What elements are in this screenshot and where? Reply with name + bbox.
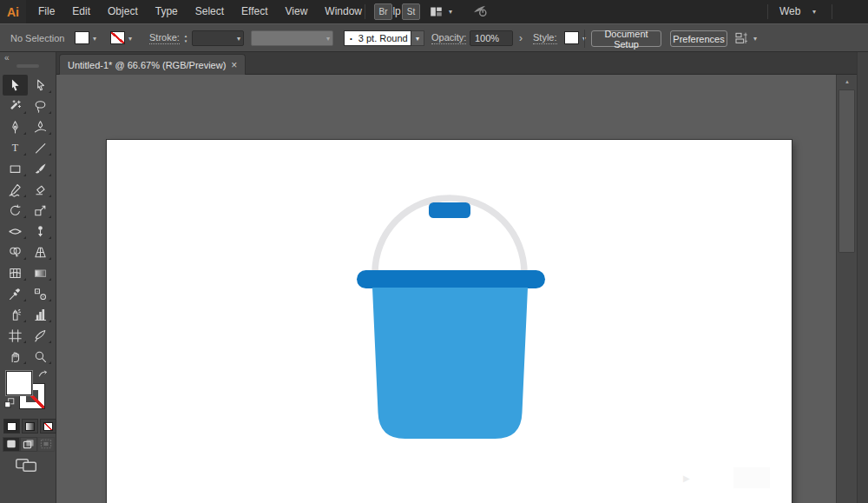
menu-item-type[interactable]: Type	[147, 0, 187, 23]
tool-gradient[interactable]	[28, 262, 53, 283]
bucket-grip[interactable]	[429, 202, 470, 218]
menu-item-window[interactable]: Window	[316, 0, 371, 23]
tool-rotate[interactable]	[3, 200, 28, 221]
draw-inside-button[interactable]	[37, 437, 55, 452]
tool-eyedropper[interactable]	[3, 283, 28, 304]
divider	[365, 4, 365, 19]
tool-magic-wand[interactable]	[3, 96, 28, 116]
draw-normal-button[interactable]	[3, 437, 20, 452]
stroke-color-swatch[interactable]	[110, 31, 125, 44]
brush-definition-select[interactable]: • 3 pt. Round ▾	[344, 30, 424, 46]
zoom-icon	[33, 349, 48, 364]
tool-shape-builder[interactable]	[3, 242, 28, 262]
tool-slice[interactable]	[28, 325, 53, 346]
tool-shaper[interactable]	[3, 179, 28, 200]
svg-text:T: T	[12, 142, 19, 154]
tool-perspective-grid[interactable]	[28, 242, 53, 262]
expand-options-icon[interactable]: ›	[519, 32, 523, 44]
bucket-rim[interactable]	[357, 270, 545, 288]
stroke-weight-select[interactable]: ▾	[192, 30, 244, 46]
tool-blend[interactable]	[28, 283, 53, 304]
panel-dock-strip	[857, 52, 868, 503]
tool-type[interactable]: T	[3, 137, 28, 158]
bridge-button[interactable]: Br	[374, 3, 392, 20]
lasso-icon	[33, 99, 48, 114]
menu-item-object[interactable]: Object	[99, 0, 147, 23]
tool-column-graph[interactable]	[28, 304, 53, 325]
none-button[interactable]	[40, 419, 56, 434]
stock-button[interactable]: St	[402, 3, 420, 20]
scrollbar-thumb[interactable]	[838, 89, 855, 253]
menu-item-edit[interactable]: Edit	[63, 0, 99, 23]
tool-mesh[interactable]	[3, 262, 28, 283]
draw-behind-button[interactable]	[20, 437, 37, 452]
tool-puppet-warp[interactable]	[28, 221, 53, 242]
variable-width-select[interactable]: ▾	[251, 30, 333, 46]
draw-normal-icon	[5, 437, 17, 453]
vertical-scrollbar[interactable]: ▲	[836, 75, 857, 503]
symbol-sprayer-icon	[8, 308, 23, 322]
tool-pen[interactable]	[3, 116, 28, 137]
paint-style-buttons	[3, 419, 56, 434]
tool-hand[interactable]	[3, 346, 28, 367]
tool-direct-selection[interactable]	[28, 75, 53, 96]
menu-item-view[interactable]: View	[277, 0, 317, 23]
tool-line-segment[interactable]	[28, 137, 53, 158]
chevron-down-icon[interactable]: ▾	[753, 36, 757, 43]
align-options-icon[interactable]	[733, 31, 749, 49]
tool-curvature[interactable]	[28, 116, 53, 137]
style-swatch[interactable]	[564, 31, 579, 44]
collapse-panel-button[interactable]: «	[4, 53, 10, 63]
tool-paintbrush[interactable]	[28, 158, 53, 179]
tool-eraser[interactable]	[28, 179, 53, 200]
bucket-body[interactable]	[372, 288, 528, 439]
screen-mode-icon[interactable]	[15, 457, 38, 476]
preferences-button[interactable]: Preferences	[670, 30, 727, 47]
chevron-down-icon[interactable]: ▾	[128, 36, 132, 43]
fill-color-swatch[interactable]	[75, 31, 89, 44]
shape-builder-icon	[8, 245, 23, 260]
canvas-area[interactable]: ▶	[56, 75, 836, 503]
color-button[interactable]	[3, 419, 20, 434]
tool-symbol-sprayer[interactable]	[3, 304, 28, 325]
panel-drag-grip[interactable]	[16, 64, 39, 68]
watermark: ▶	[680, 467, 771, 490]
chevron-down-icon[interactable]: ▾	[93, 36, 96, 43]
tool-zoom[interactable]	[28, 346, 53, 367]
chevron-down-icon: ▾	[326, 36, 330, 43]
chevron-down-icon[interactable]: ▾	[411, 30, 424, 46]
stroke-weight-stepper[interactable]: ▴ ▾	[181, 30, 190, 46]
gradient-button[interactable]	[22, 419, 38, 434]
tool-artboard[interactable]	[3, 325, 28, 346]
opacity-input[interactable]: 100%	[470, 30, 513, 46]
default-fill-stroke-icon[interactable]	[3, 397, 16, 413]
scale-icon	[33, 203, 48, 218]
workspace-switcher[interactable]: Web	[779, 0, 800, 23]
tool-scale[interactable]	[28, 200, 53, 221]
scroll-up-icon[interactable]: ▲	[837, 75, 858, 89]
swap-fill-stroke-icon[interactable]	[37, 367, 50, 383]
tool-lasso[interactable]	[28, 96, 53, 116]
stepper-down-icon[interactable]: ▾	[185, 38, 187, 43]
menu-item-select[interactable]: Select	[187, 0, 233, 23]
eraser-icon	[33, 182, 48, 197]
menu-item-file[interactable]: File	[30, 0, 63, 23]
stroke-label[interactable]: Stroke:	[149, 32, 180, 44]
chevron-down-icon[interactable]: ▾	[449, 9, 452, 16]
style-label[interactable]: Style:	[533, 32, 557, 44]
menu-bar: FileEditObjectTypeSelectEffectViewWindow…	[30, 0, 410, 23]
close-icon[interactable]: ×	[231, 59, 237, 71]
arrange-documents-icon[interactable]	[428, 5, 444, 22]
menu-item-effect[interactable]: Effect	[233, 0, 276, 23]
chevron-down-icon[interactable]: ▾	[812, 9, 816, 16]
tool-selection[interactable]	[3, 75, 28, 96]
illustrator-logo: Ai	[0, 0, 26, 23]
opacity-label[interactable]: Opacity:	[431, 32, 466, 44]
tool-rectangle[interactable]	[3, 158, 28, 179]
tool-width[interactable]	[3, 221, 28, 242]
fill-indicator-swatch[interactable]	[6, 371, 32, 395]
document-tab[interactable]: Untitled-1* @ 66.67% (RGB/Preview) ×	[59, 54, 246, 75]
cs-live-icon[interactable]	[471, 3, 490, 23]
artboard[interactable]: ▶	[107, 140, 792, 503]
document-setup-button[interactable]: Document Setup	[591, 30, 661, 47]
